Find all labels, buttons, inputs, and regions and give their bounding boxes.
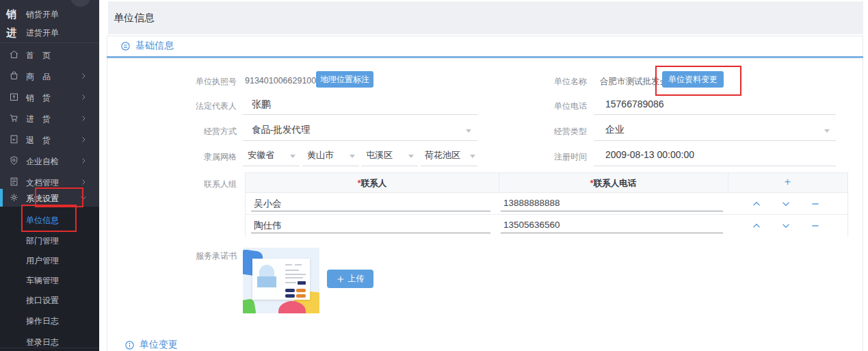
commitment-image[interactable] [243,248,319,313]
contact-phone-input[interactable]: 13888888888 [503,198,560,208]
page-header-band: 单位信息 [108,1,863,34]
sidebar-item-home[interactable]: 首 页 [0,44,99,65]
cart-icon [9,113,19,123]
contacts-table-header: *联系人 *联系人电话 + [246,173,847,193]
contact-name-input[interactable]: 吴小会 [254,198,282,210]
document-icon [9,177,19,187]
legal-rep-label: 法定代表人 [171,101,237,112]
sale-order-abbr-icon: 销 [6,8,16,21]
chevron-right-icon [79,114,88,122]
sidebar-item-self-inspection[interactable]: 企业自检 [0,150,99,171]
move-up-icon[interactable] [752,221,761,231]
reg-time-input[interactable]: 2009-08-13 00:00:00 [605,149,694,160]
gear-icon [9,192,19,203]
thumb-paper [252,259,310,300]
chevron-right-icon [79,178,88,186]
contact-row: 陶仕伟 13505636560 [246,215,847,237]
cell-underline [501,211,723,211]
biz-mode-select[interactable]: 食品-批发代理 [252,124,311,136]
contact-phone-input[interactable]: 13505636560 [503,220,560,230]
section-title: 基础信息 [135,40,174,52]
select-arrow-icon [408,155,414,158]
sidebar-item-purchase[interactable]: 进 货 [0,107,99,129]
contacts-label: 联系人组 [171,179,237,190]
sidebar-item-returns[interactable]: 退 货 [0,129,99,150]
contact-row: 吴小会 13888888888 [246,193,847,215]
move-down-icon[interactable] [781,221,791,231]
select-arrow-icon [824,129,830,133]
grid-city-select[interactable]: 黄山市 [307,149,334,161]
sidebar-item-sales[interactable]: 销 货 [0,86,99,107]
add-contact-icon[interactable]: + [728,176,847,188]
shield-search-icon [9,155,19,166]
geo-mark-button[interactable]: 地理位置标注 [316,71,373,88]
remove-row-icon[interactable] [811,221,820,231]
input-underline [243,114,477,115]
biz-type-label: 经营类型 [521,126,587,138]
submenu-item-label: 用户管理 [26,255,59,267]
chevron-right-icon [79,157,88,165]
sidebar-item-label: 首 页 [26,50,51,62]
sidebar-item-label: 销 货 [26,92,51,104]
biz-mode-label: 经营方式 [171,126,237,138]
move-up-icon[interactable] [752,199,761,209]
sidebar-item-label: 企业自检 [26,156,59,168]
move-down-icon[interactable] [781,199,791,209]
page-title: 单位信息 [114,12,155,25]
sidebar-item-purchase-order[interactable]: 进 进货开单 [0,24,99,42]
grid-label: 隶属网格 [171,151,237,163]
input-underline [361,166,418,166]
license-label: 单位执照号 [171,76,237,88]
input-underline [302,166,359,166]
input-underline [243,166,300,166]
sidebar-item-sale-order[interactable]: 销 销货开单 [0,5,99,24]
grid-district-select[interactable]: 屯溪区 [366,149,393,161]
grid-province-select[interactable]: 安徽省 [248,149,274,161]
biz-type-select[interactable]: 企业 [605,124,624,136]
select-arrow-icon [350,155,355,158]
upload-button-label: 上传 [348,273,365,285]
select-arrow-icon [466,129,471,133]
submenu-item-user[interactable]: 用户管理 [0,250,99,270]
contact-name-input[interactable]: 陶仕伟 [254,220,282,232]
decoration-shape [243,298,257,313]
select-arrow-icon [470,155,475,158]
section-title: 单位变更 [140,339,178,351]
unit-phone-input[interactable]: 15766789086 [605,99,664,109]
submenu-item-department[interactable]: 部门管理 [0,230,99,250]
chevron-right-icon [79,93,88,101]
sidebar-item-label: 进 货 [26,114,51,125]
sidebar-divider [0,42,99,43]
basic-info-section-header: 基础信息 [120,40,174,52]
submenu-item-label: 车辆管理 [26,275,59,287]
submenu-divider [0,348,99,348]
contacts-table: *联系人 *联系人电话 + 吴小会 13888888888 陶仕伟 [245,172,848,237]
remove-row-icon[interactable] [811,199,820,209]
commitment-label: 服务承诺书 [171,250,237,262]
sidebar-item-label: 退 货 [26,135,51,146]
sell-box-icon [9,92,19,102]
select-arrow-icon [290,155,295,158]
submenu-item-interface[interactable]: 接口设置 [0,289,99,309]
grid-community-select[interactable]: 荷花池区 [425,149,460,161]
legal-rep-input[interactable]: 张鹏 [252,99,271,111]
submenu-item-vehicle[interactable]: 车辆管理 [0,270,99,289]
cell-underline [501,233,723,233]
home-icon [9,49,19,60]
sidebar: 销 销货开单 进 进货开单 首 页 商 品 销 货 进 货 [0,0,99,351]
sidebar-item-label: 销货开单 [26,9,59,21]
upload-button[interactable]: 上传 [327,270,373,288]
cell-underline [251,211,490,211]
cell-underline [251,233,490,233]
purchase-order-abbr-icon: 进 [6,27,16,40]
chevron-right-icon [79,72,88,80]
reg-time-label: 注册时间 [521,151,587,163]
input-underline [594,140,836,141]
input-underline [594,114,836,115]
submenu-item-operation-log[interactable]: 操作日志 [0,310,99,330]
list-circle-icon [120,41,131,51]
return-doc-icon [9,134,19,144]
sidebar-item-goods[interactable]: 商 品 [0,65,99,86]
shopping-bag-icon [9,70,19,81]
active-indicator-bar [0,189,3,207]
